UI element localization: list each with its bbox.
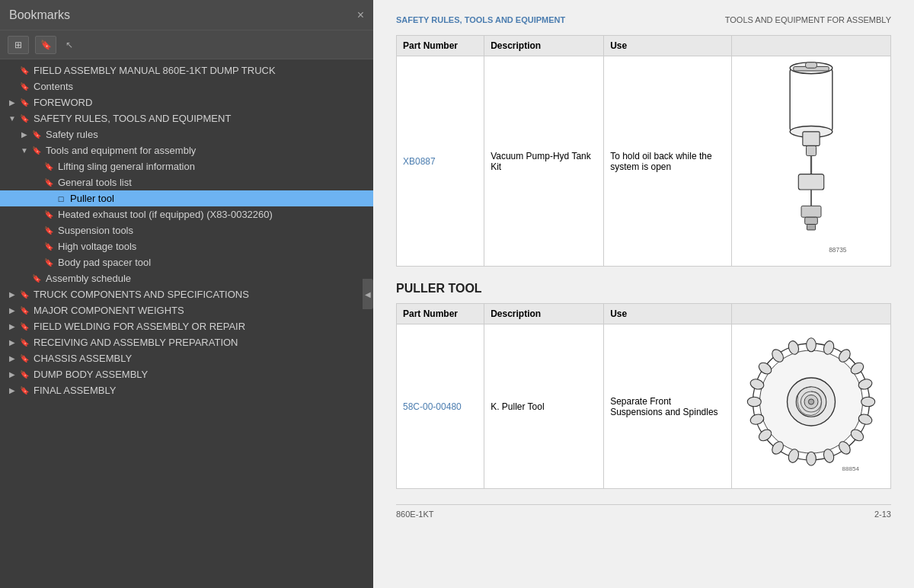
svg-rect-11 — [804, 217, 817, 224]
sidebar-item-body-pad[interactable]: 🔖Body pad spacer tool — [0, 254, 373, 270]
description-cell-2: K. Puller Tool — [484, 324, 604, 489]
svg-rect-6 — [806, 145, 816, 155]
sidebar-item-label: MAJOR COMPONENT WEIGHTS — [34, 305, 184, 316]
sidebar-item-label: RECEIVING AND ASSEMBLY PREPARATION — [34, 337, 238, 348]
col-use-2: Use — [604, 304, 731, 324]
col-image-1 — [731, 36, 890, 56]
bookmark-icon: 🔖 — [43, 258, 55, 267]
main-content: SAFETY RULES, TOOLS AND EQUIPMENT TOOLS … — [373, 0, 914, 588]
sidebar-item-label: TRUCK COMPONENTS AND SPECIFICATIONS — [34, 289, 249, 300]
cursor-icon: ↖ — [66, 40, 73, 50]
sidebar-item-label: High voltage tools — [58, 241, 136, 252]
col-image-2 — [731, 304, 890, 324]
toggle-icon: ▶ — [18, 130, 30, 139]
bookmark-icon: □ — [55, 194, 67, 203]
sidebar-item-contents[interactable]: 🔖Contents — [0, 78, 373, 94]
sidebar-item-label: Puller tool — [70, 193, 114, 204]
toggle-icon: ▶ — [6, 338, 18, 347]
vacuum-pump-table: Part Number Description Use XB0887 Vacuu… — [396, 35, 891, 267]
col-use-1: Use — [604, 36, 731, 56]
toggle-icon: ▶ — [6, 386, 18, 395]
sidebar-item-foreword[interactable]: ▶🔖FOREWORD — [0, 94, 373, 110]
bookmark-icon: 🔖 — [30, 274, 43, 283]
sidebar-item-label: Lifting sling general information — [58, 161, 195, 172]
collapse-handle[interactable]: ◀ — [363, 279, 373, 309]
sidebar-item-field-assembly[interactable]: 🔖FIELD ASSEMBLY MANUAL 860E-1KT DUMP TRU… — [0, 62, 373, 78]
use-cell-2: Separate Front Suspensions and Spindles — [604, 324, 731, 489]
bookmark-icon: 🔖 — [18, 370, 30, 379]
toggle-icon: ▶ — [6, 354, 18, 363]
sidebar-title: Bookmarks — [9, 8, 70, 22]
sidebar-item-tools-equipment[interactable]: ▼🔖Tools and equipment for assembly — [0, 142, 373, 158]
svg-rect-10 — [801, 206, 821, 217]
sidebar-item-high-voltage[interactable]: 🔖High voltage tools — [0, 238, 373, 254]
sidebar-item-puller-tool[interactable]: □Puller tool — [0, 190, 373, 206]
table-row: 58C-00-00480 K. Puller Tool Separate Fro… — [397, 324, 891, 489]
sidebar-header: Bookmarks × — [0, 0, 373, 30]
sidebar-item-label: Tools and equipment for assembly — [46, 145, 196, 156]
description-cell: Vacuum Pump-Hyd Tank Kit — [484, 56, 604, 267]
bookmark-icon: 🔖 — [43, 162, 55, 171]
image-cell: 88735 — [731, 56, 890, 267]
bookmark-icon: 🔖 — [43, 242, 55, 251]
table-row: XB0887 Vacuum Pump-Hyd Tank Kit To hold … — [397, 56, 891, 267]
sidebar-item-final-assembly[interactable]: ▶🔖FINAL ASSEMBLY — [0, 382, 373, 398]
sidebar-item-label: Contents — [34, 81, 73, 92]
svg-rect-8 — [798, 174, 823, 190]
sidebar-item-assembly-schedule[interactable]: 🔖Assembly schedule — [0, 270, 373, 286]
svg-rect-12 — [807, 225, 815, 230]
sidebar-item-major-component[interactable]: ▶🔖MAJOR COMPONENT WEIGHTS — [0, 302, 373, 318]
bookmark-icon: 🔖 — [30, 130, 43, 139]
svg-text:88854: 88854 — [842, 465, 859, 472]
bookmark-icon: 🔖 — [43, 178, 55, 187]
toggle-icon: ▼ — [6, 114, 18, 123]
toggle-icon: ▶ — [6, 98, 18, 107]
sidebar-item-label: FIELD WELDING FOR ASSEMBLY OR REPAIR — [34, 321, 245, 332]
sidebar-item-label: FINAL ASSEMBLY — [34, 385, 116, 396]
toggle-icon: ▶ — [6, 290, 18, 299]
bookmark-button[interactable]: 🔖 — [35, 36, 56, 54]
bookmark-icon: 🔖 — [43, 210, 55, 219]
sidebar-item-chassis-assembly[interactable]: ▶🔖CHASSIS ASSEMBLY — [0, 350, 373, 366]
sidebar-item-field-welding[interactable]: ▶🔖FIELD WELDING FOR ASSEMBLY OR REPAIR — [0, 318, 373, 334]
sidebar-item-label: Safety rules — [46, 129, 98, 140]
expand-all-button[interactable]: ⊞ — [8, 36, 29, 54]
sidebar-toolbar: ⊞ 🔖 ↖ — [0, 30, 373, 59]
bookmark-icon: 🔖 — [18, 98, 30, 107]
close-icon[interactable]: × — [357, 9, 364, 21]
sidebar-item-general-tools[interactable]: 🔖General tools list — [0, 174, 373, 190]
sidebar-item-label: SAFETY RULES, TOOLS AND EQUIPMENT — [34, 113, 231, 124]
col-part-number-2: Part Number — [397, 304, 484, 324]
sidebar-item-label: General tools list — [58, 177, 132, 188]
puller-tool-table: Part Number Description Use 58C-00-00480… — [396, 303, 891, 489]
sidebar-item-heated-exhaust[interactable]: 🔖Heated exhaust tool (if equipped) (X83-… — [0, 206, 373, 222]
image-cell-2: 88854 — [731, 324, 890, 489]
page-footer: 860E-1KT 2-13 — [396, 504, 891, 519]
bookmark-icon: 🔖 — [18, 82, 30, 91]
svg-point-39 — [808, 399, 813, 404]
bookmark-icon: 🔖 — [18, 338, 30, 347]
part-number-cell-2: 58C-00-00480 — [397, 324, 484, 489]
sidebar-item-dump-body[interactable]: ▶🔖DUMP BODY ASSEMBLY — [0, 366, 373, 382]
svg-rect-5 — [803, 132, 820, 146]
sidebar-item-safety-rules[interactable]: ▶🔖Safety rules — [0, 126, 373, 142]
sidebar-item-safety-rules-tools[interactable]: ▼🔖SAFETY RULES, TOOLS AND EQUIPMENT — [0, 110, 373, 126]
toggle-icon: ▶ — [6, 306, 18, 315]
svg-point-31 — [747, 397, 761, 407]
svg-text:88735: 88735 — [829, 246, 847, 254]
sidebar-item-label: Suspension tools — [58, 225, 133, 236]
header-right: TOOLS AND EQUIPMENT FOR ASSEMBLY — [725, 15, 891, 24]
sidebar-item-label: Heated exhaust tool (if equipped) (X83-0… — [58, 209, 273, 220]
svg-point-26 — [807, 452, 817, 465]
sidebar-item-label: Body pad spacer tool — [58, 257, 151, 268]
sidebar-item-receiving-assembly[interactable]: ▶🔖RECEIVING AND ASSEMBLY PREPARATION — [0, 334, 373, 350]
bookmark-icon: 🔖 — [18, 290, 30, 299]
svg-point-21 — [861, 397, 875, 407]
sidebar-item-label: DUMP BODY ASSEMBLY — [34, 369, 148, 380]
sidebar-item-lifting-sling[interactable]: 🔖Lifting sling general information — [0, 158, 373, 174]
sidebar-item-truck-components[interactable]: ▶🔖TRUCK COMPONENTS AND SPECIFICATIONS — [0, 286, 373, 302]
puller-tool-section-title: PULLER TOOL — [396, 282, 891, 296]
bookmark-icon: 🔖 — [18, 114, 30, 123]
sidebar-item-suspension-tools[interactable]: 🔖Suspension tools — [0, 222, 373, 238]
bookmark-icon: 🔖 — [18, 354, 30, 363]
